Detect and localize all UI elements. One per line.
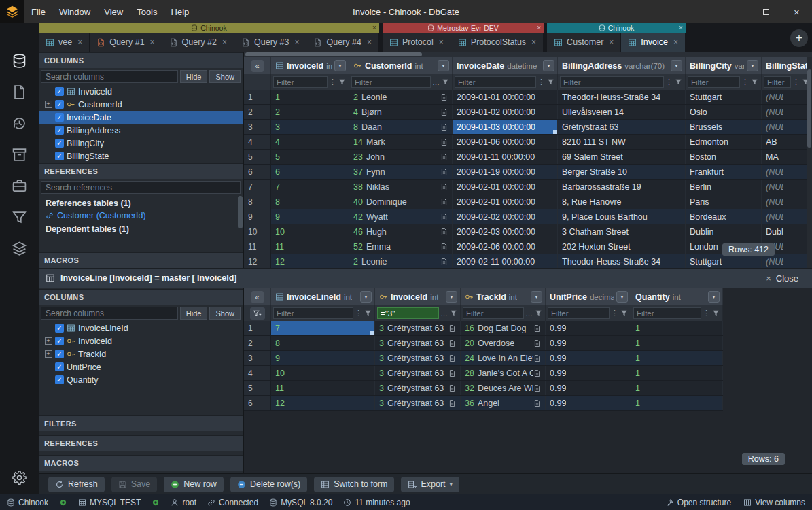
cell-unitprice[interactable]: 0.99 xyxy=(546,336,631,350)
cell-invoiceid[interactable]: 3Grétrystraat 63 xyxy=(375,381,461,395)
cell-customerid[interactable]: 8Daan xyxy=(349,120,453,134)
cell-invoicedate[interactable]: 2009-01-06 00:00:00 xyxy=(453,135,558,149)
cell-billingstate[interactable]: AB xyxy=(762,135,812,149)
column-header-invoiceid[interactable]: InvoiceIdint▼ xyxy=(375,288,461,305)
cell-invoicelineid[interactable]: 11 xyxy=(271,381,375,395)
columns-section-header[interactable]: COLUMNS xyxy=(39,289,243,305)
cell-trackid[interactable]: 24Love In An Elevator xyxy=(461,351,546,365)
panel-scrollbar[interactable] xyxy=(238,196,243,228)
checkbox-checked-icon[interactable]: ✓ xyxy=(55,152,64,160)
cell-invoicedate[interactable]: 2009-02-11 00:00:00 xyxy=(453,254,558,268)
checkbox-checked-icon[interactable]: ✓ xyxy=(55,324,64,333)
cell-billingcity[interactable]: Paris xyxy=(686,194,762,209)
chevron-down-icon[interactable]: ▼ xyxy=(334,60,346,71)
chevron-down-icon[interactable]: ▼ xyxy=(438,60,449,71)
macros-section-header[interactable]: MACROS xyxy=(39,455,243,471)
filter-input-billingcity[interactable] xyxy=(688,76,740,88)
cell-billingstate[interactable]: (NULL) xyxy=(762,194,812,209)
delete-row-s-button[interactable]: Delete row(s) xyxy=(230,477,307,492)
menu-help[interactable]: Help xyxy=(164,0,196,23)
kebab-menu-icon[interactable]: ⋮ xyxy=(611,309,618,318)
status-item-mysql-8-0-20[interactable]: MySQL 8.0.20 xyxy=(269,498,332,507)
tab-query-2[interactable]: Query #2× xyxy=(162,33,234,52)
collapse-panel-button[interactable]: « xyxy=(251,291,264,303)
cell-customerid[interactable]: 52Emma xyxy=(349,239,453,254)
close-icon[interactable]: × xyxy=(294,37,299,47)
switch-to-form-button[interactable]: Switch to form xyxy=(314,477,394,492)
row-number[interactable]: 9 xyxy=(244,209,271,224)
cell-invoicedate[interactable]: 2009-02-03 00:00:00 xyxy=(453,224,558,239)
cell-unitprice[interactable]: 0.99 xyxy=(546,381,631,395)
references-section-header[interactable]: REFERENCES xyxy=(39,163,243,179)
checkbox-checked-icon[interactable]: ✓ xyxy=(55,87,64,96)
close-icon[interactable]: × xyxy=(537,23,541,33)
filter-input-invoiceid[interactable] xyxy=(273,76,328,88)
filter-input-billingstate[interactable] xyxy=(764,76,791,88)
funnel-icon[interactable] xyxy=(534,309,543,317)
sidebar-archive-icon-button[interactable] xyxy=(8,143,31,166)
cell-invoiceid[interactable]: 2 xyxy=(271,105,349,119)
row-number[interactable]: 8 xyxy=(244,194,271,209)
cell-invoiceid[interactable]: 12 xyxy=(271,254,349,268)
cell-invoiceid[interactable]: 11 xyxy=(271,239,349,254)
cell-quantity[interactable]: 1 xyxy=(631,396,723,410)
cell-customerid[interactable]: 4Bjørn xyxy=(349,105,453,119)
close-detail-button[interactable]: × Close xyxy=(766,273,805,284)
checkbox-checked-icon[interactable]: ✓ xyxy=(55,350,64,358)
column-item-billingcity[interactable]: ✓BillingCity xyxy=(39,137,243,150)
cell-trackid[interactable]: 32Deuces Are Wild xyxy=(461,381,546,395)
cell-invoiceid[interactable]: 8 xyxy=(271,194,349,209)
sidebar-file-icon-button[interactable] xyxy=(8,80,31,103)
tab-group-header[interactable]: Chinook× xyxy=(547,23,686,33)
column-item-unitprice[interactable]: ✓UnitPrice xyxy=(39,360,243,373)
cell-trackid[interactable]: 20Overdose xyxy=(461,336,546,350)
kebab-menu-icon[interactable]: ⋮ xyxy=(537,78,545,86)
hide-button[interactable]: Hide xyxy=(180,307,208,320)
chevron-down-icon[interactable]: ▼ xyxy=(747,60,758,71)
cell-billingstate[interactable]: (NULL) xyxy=(762,209,812,224)
cell-invoiceid[interactable]: 4 xyxy=(271,135,349,149)
collapse-panel-button[interactable]: « xyxy=(251,60,264,72)
row-number[interactable]: 3 xyxy=(244,351,271,365)
status-item-11-minutes-ago[interactable]: 11 minutes ago xyxy=(343,498,410,507)
cell-billingcity[interactable]: Edmonton xyxy=(686,135,762,149)
kebab-menu-icon[interactable]: ⋮ xyxy=(329,78,336,86)
filter-input-invoicelineid[interactable] xyxy=(273,307,353,319)
filter-input-customerid[interactable] xyxy=(351,76,431,88)
minimize-button[interactable] xyxy=(720,0,751,23)
status-item-connected[interactable]: Connected xyxy=(207,498,258,507)
cell-trackid[interactable]: 36Angel xyxy=(461,396,546,410)
row-number[interactable]: 11 xyxy=(244,239,271,254)
close-icon[interactable]: × xyxy=(222,37,227,47)
cell-billingaddress[interactable]: 3 Chatham Street xyxy=(558,224,686,239)
cell-trackid[interactable]: 28Janie's Got A Gun xyxy=(461,366,546,380)
status-item-open-structure[interactable]: Open structure xyxy=(666,498,731,507)
tab-group-header[interactable]: Metrostav-Evr-DEV× xyxy=(383,23,544,33)
row-number[interactable]: 3 xyxy=(244,120,271,134)
search-columns-input[interactable] xyxy=(41,70,178,83)
kebab-menu-icon[interactable]: ⋮ xyxy=(792,78,800,86)
column-header-billingcity[interactable]: BillingCityvarchar(40)▼ xyxy=(686,57,762,74)
cell-invoicelineid[interactable]: 12 xyxy=(271,396,375,410)
refresh-button[interactable]: Refresh xyxy=(48,477,105,492)
cell-billingaddress[interactable]: Berger Straße 10 xyxy=(558,165,686,179)
hide-button[interactable]: Hide xyxy=(180,70,208,83)
cell-billingcity[interactable]: Berlin xyxy=(686,180,762,194)
menu-window[interactable]: Window xyxy=(52,0,97,23)
cell-customerid[interactable]: 46Hugh xyxy=(349,224,453,239)
cell-billingaddress[interactable]: 8210 111 ST NW xyxy=(558,135,686,149)
ellipsis-menu-icon[interactable]: … xyxy=(432,78,440,86)
column-header-invoiceid[interactable]: InvoiceIdint▼ xyxy=(271,57,349,74)
cell-invoiceid[interactable]: 6 xyxy=(271,165,349,179)
tab-invoice[interactable]: Invoice× xyxy=(621,33,686,52)
cell-customerid[interactable]: 14Mark xyxy=(349,135,453,149)
search-references-input[interactable] xyxy=(41,181,241,194)
cell-billingcity[interactable]: Boston xyxy=(686,150,762,164)
funnel-icon[interactable] xyxy=(750,78,759,86)
menu-file[interactable]: File xyxy=(24,0,52,23)
references-section-header[interactable]: REFERENCES xyxy=(39,435,243,451)
column-header-unitprice[interactable]: UnitPricedecimal(10,2)▼ xyxy=(546,288,631,305)
checkbox-checked-icon[interactable]: ✓ xyxy=(55,100,64,109)
chevron-down-icon[interactable]: ▼ xyxy=(543,60,554,71)
column-header-quantity[interactable]: Quantityint▼ xyxy=(631,288,723,305)
